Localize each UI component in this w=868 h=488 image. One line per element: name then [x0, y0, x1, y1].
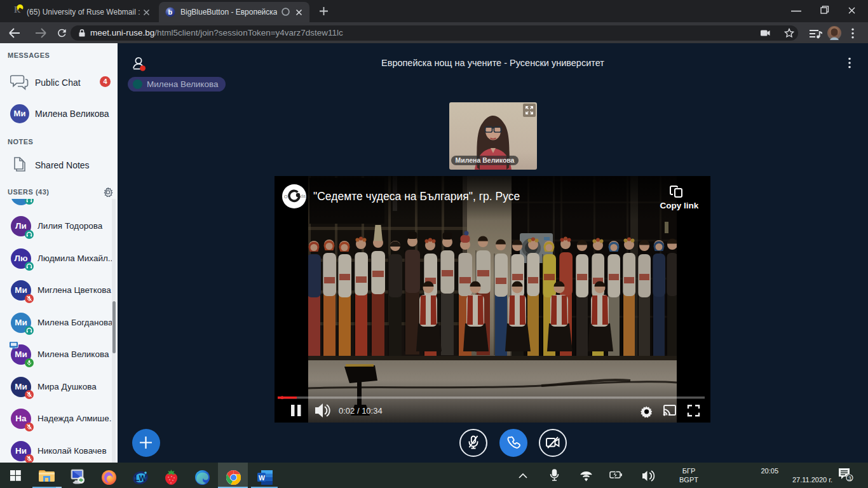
svg-text:3: 3 — [848, 475, 851, 482]
svg-text:O: O — [284, 194, 288, 199]
svg-text:Copy link: Copy link — [660, 201, 699, 210]
svg-text:W: W — [259, 474, 265, 482]
svg-text:0:02 / 10:34: 0:02 / 10:34 — [339, 406, 383, 416]
svg-text:LW: LW — [135, 474, 147, 483]
svg-text:b: b — [168, 8, 173, 16]
svg-text:da: da — [301, 194, 306, 198]
svg-text:"Седемте чудеса на България",: "Седемте чудеса на България", гр. Русе — [313, 190, 520, 203]
